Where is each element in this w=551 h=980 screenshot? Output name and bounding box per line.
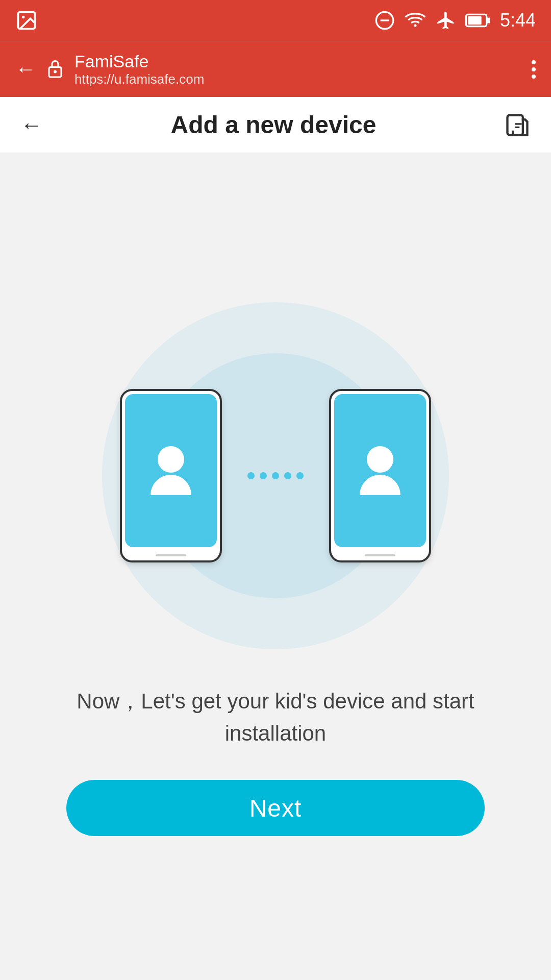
home-bar-line-2	[365, 554, 395, 556]
svg-point-4	[414, 24, 416, 27]
browser-bar: ← FamiSafe https://u.famisafe.com	[0, 41, 551, 97]
illustration-container	[97, 297, 454, 654]
svg-point-1	[22, 16, 25, 19]
browser-url: https://u.famisafe.com	[74, 71, 521, 87]
lock-icon	[46, 58, 64, 81]
status-bar-right: 5:44	[374, 10, 536, 31]
child-person-head	[367, 446, 393, 473]
child-person-body	[360, 475, 400, 495]
page-title: Add a new device	[171, 111, 377, 139]
airplane-icon	[436, 10, 456, 31]
connection-dot-2	[260, 472, 267, 479]
do-not-disturb-icon	[374, 10, 395, 31]
child-person-icon	[360, 446, 400, 495]
page-header: ← Add a new device	[0, 97, 551, 153]
svg-point-8	[54, 70, 57, 73]
description-text: Now，Let's get your kid's device and star…	[56, 685, 495, 749]
parent-phone-screen	[125, 394, 217, 547]
connection-dots	[247, 472, 304, 479]
connection-dot-3	[272, 472, 279, 479]
parent-phone	[120, 389, 222, 562]
menu-dot-2	[532, 67, 536, 71]
child-phone	[329, 389, 431, 562]
parent-person-icon	[151, 446, 191, 495]
next-button[interactable]: Next	[66, 780, 485, 836]
status-bar: 5:44	[0, 0, 551, 41]
browser-info: FamiSafe https://u.famisafe.com	[74, 52, 521, 87]
child-phone-home-bar	[331, 550, 429, 560]
battery-icon	[465, 11, 491, 30]
parent-phone-home-bar	[122, 550, 220, 560]
wifi-icon	[404, 10, 427, 31]
svg-rect-6	[468, 16, 482, 25]
connection-dot-1	[247, 472, 255, 479]
page-back-button[interactable]: ←	[20, 112, 43, 138]
svg-rect-9	[507, 115, 522, 135]
parent-person-body	[151, 475, 191, 495]
menu-dot-1	[532, 60, 536, 64]
browser-menu-button[interactable]	[532, 60, 536, 79]
browser-app-name: FamiSafe	[74, 52, 521, 71]
image-icon	[15, 9, 38, 32]
connection-dot-5	[296, 472, 304, 479]
phones-row	[120, 389, 431, 562]
status-time: 5:44	[500, 10, 536, 31]
main-content: Now，Let's get your kid's device and star…	[0, 153, 551, 980]
parent-person-head	[158, 446, 184, 473]
child-phone-screen	[334, 394, 426, 547]
menu-dot-3	[532, 75, 536, 79]
home-bar-line	[156, 554, 186, 556]
share-icon[interactable]	[504, 112, 531, 138]
browser-back-button[interactable]: ←	[15, 58, 36, 81]
status-bar-left	[15, 9, 38, 32]
connection-dot-4	[284, 472, 291, 479]
